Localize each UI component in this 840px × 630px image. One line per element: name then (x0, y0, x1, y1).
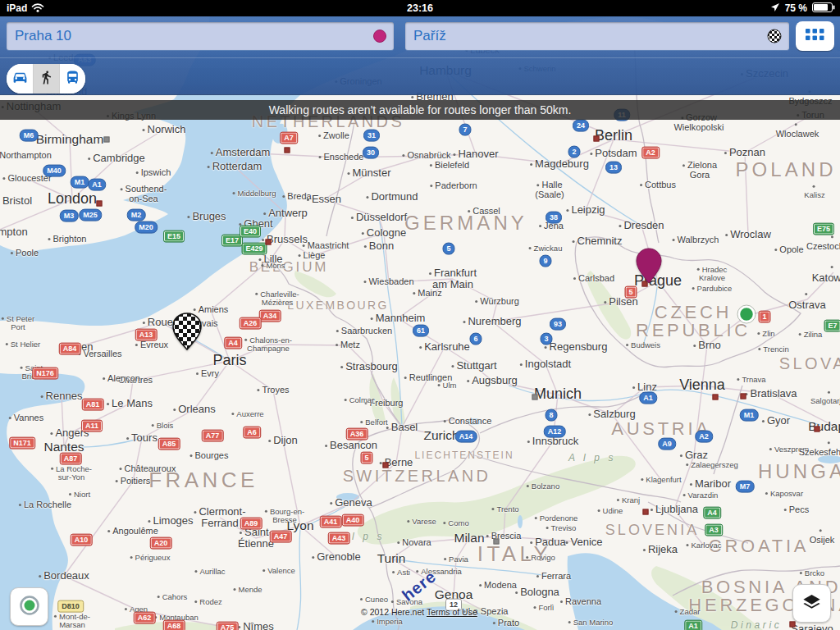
road-badge: A10 (71, 534, 93, 546)
road-badge: M7 (736, 481, 755, 493)
city-label: Karlovac (687, 541, 722, 550)
road-badge: N171 (9, 437, 35, 450)
city-label: Ingolstadt (520, 358, 571, 370)
city-label: Paris (212, 353, 246, 368)
locate-icon (18, 594, 41, 619)
road-badge: 93 (550, 318, 566, 331)
city-label: Forlì (534, 604, 555, 612)
terms-of-use-link[interactable]: Terms of Use (427, 607, 477, 617)
clock: 23:16 (0, 2, 840, 14)
road-badge: A14 (455, 431, 477, 443)
city-label: Metz (336, 340, 360, 350)
road-badge: A12 (544, 426, 566, 438)
city-label: Poznan (724, 147, 765, 158)
map-layers-button[interactable] (792, 584, 831, 623)
origin-pin[interactable] (635, 248, 663, 287)
city-label: San Marino (568, 619, 614, 627)
city-label: Aurillac (194, 568, 225, 576)
destination-input[interactable] (405, 22, 767, 50)
city-label: Budweis (626, 341, 660, 349)
road-badge: A85 (158, 438, 180, 450)
mode-car-button[interactable] (7, 64, 33, 94)
city-label: Poole (11, 249, 39, 258)
copyright-text: © 2012 Here.net (361, 607, 424, 617)
city-label: Gyor (762, 415, 790, 427)
city-label: Venice (565, 536, 602, 548)
city-label: Bruges (187, 211, 226, 222)
city-label: Enschede (319, 153, 364, 162)
city-label: Ferrara (536, 572, 571, 582)
city-label: Mannheim (371, 313, 426, 324)
city-label: Pardubice (692, 285, 733, 293)
road-badge: A1 (639, 392, 657, 404)
capital-city-marker (285, 148, 290, 153)
route-point-marker[interactable] (736, 304, 757, 328)
city-label: Varese (407, 518, 436, 526)
road-badge: A2 (695, 431, 713, 443)
road-badge: 24 (573, 120, 589, 132)
country-label: LIECHTENSTEIN (414, 450, 514, 460)
road-badge: M3 (60, 210, 79, 222)
city-label: Cologne (362, 227, 406, 239)
road-badge: A3 (705, 524, 723, 536)
city-label: Brighton (48, 235, 87, 244)
road-badge: A7 (280, 132, 298, 144)
road-badge: 38 (546, 212, 562, 224)
road-badge: 3 (540, 333, 552, 345)
city-label: Brcko (800, 569, 824, 578)
city-label: Ipswich (136, 168, 171, 178)
road-badge: A81 (82, 399, 104, 411)
city-label: Udine (598, 507, 623, 515)
city-label: Frankfurt am Main (429, 267, 477, 290)
city-label: Bonn (364, 240, 394, 252)
city-label: Périgueux (130, 554, 171, 562)
route-toolbar (0, 16, 840, 95)
capital-city-marker (643, 509, 649, 515)
country-label: POLAND (735, 160, 836, 180)
city-label: Cahors (158, 593, 188, 601)
city-label: Katowice (812, 261, 840, 284)
city-label: Maribor (690, 478, 731, 490)
capital-city-marker (266, 240, 272, 245)
destination-pin[interactable] (171, 313, 203, 354)
mode-transit-button[interactable] (59, 64, 85, 94)
city-label: Amsterdam (211, 147, 270, 158)
city-label: Bielefeld (430, 161, 469, 171)
city-label: Karlsruhe (419, 341, 470, 353)
city-label: Colmar (345, 396, 375, 404)
capital-city-marker (815, 427, 820, 432)
city-label: Munich (534, 386, 582, 402)
road-badge: N176 (32, 368, 58, 380)
city-label: Trnava (737, 376, 765, 384)
road-badge: M25 (79, 209, 102, 221)
city-label: Auxerre (231, 410, 263, 418)
road-badge: A89 (240, 518, 262, 530)
mode-walk-button[interactable] (33, 64, 59, 94)
apps-grid-button[interactable] (796, 21, 834, 51)
city-label: Imperia (372, 618, 403, 626)
road-badge: A75 (217, 622, 239, 630)
city-label: Zadar (675, 608, 701, 616)
road-badge: 5 (624, 286, 637, 299)
city-label: Wloclawek (776, 120, 819, 139)
city-label: Bolzano (527, 482, 559, 491)
road-badge: A84 (59, 343, 81, 355)
city-label: Mende (233, 586, 262, 594)
city-marker (532, 395, 538, 400)
city-marker (494, 539, 500, 545)
city-label: Vienna (679, 377, 725, 393)
city-label: Angoulême (107, 527, 158, 536)
city-label: Wroclaw (725, 229, 771, 240)
origin-input[interactable] (7, 22, 373, 50)
city-label: Prato (493, 619, 519, 628)
city-label: Bordeaux (39, 570, 89, 582)
city-label: St Helier (6, 340, 40, 349)
city-label: Grenoble (312, 551, 360, 563)
my-location-button[interactable] (10, 587, 48, 626)
city-label: Versailles (78, 349, 121, 359)
city-label: Liège (299, 251, 326, 261)
city-label: Strasbourg (340, 361, 398, 372)
city-label: Basel (386, 422, 418, 433)
country-label: HUNGARY (758, 462, 840, 482)
city-label: Berlin (595, 128, 632, 144)
